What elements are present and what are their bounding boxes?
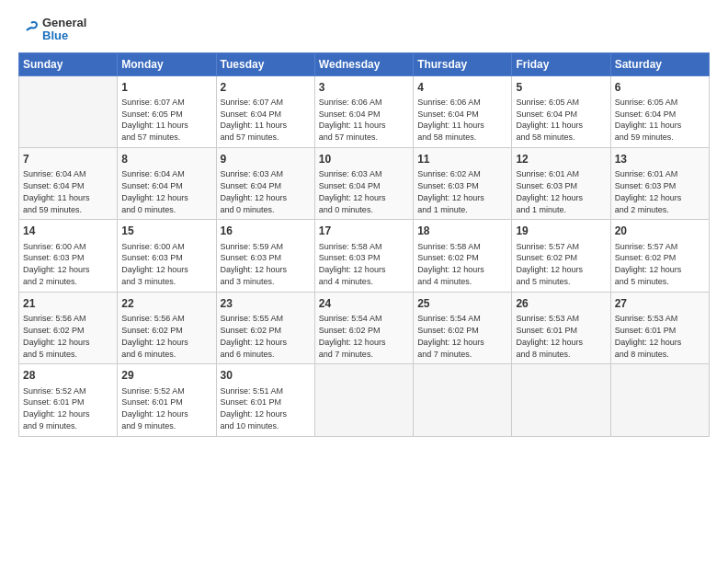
calendar-cell [314,364,413,436]
day-info-line: Daylight: 11 hours [319,121,386,130]
day-info-line: and 57 minutes. [319,132,378,142]
day-info-line: Daylight: 11 hours [23,193,90,202]
calendar-cell: 24Sunrise: 5:54 AMSunset: 6:02 PMDayligh… [314,292,413,363]
day-info-line: and 0 minutes. [319,205,373,214]
day-info-line: Sunset: 6:03 PM [516,181,577,190]
day-info-line: Daylight: 12 hours [615,193,682,202]
day-number: 27 [615,296,705,311]
day-number: 22 [121,296,211,311]
day-info-line: Sunset: 6:03 PM [417,181,479,190]
day-info-line: Sunrise: 6:03 AM [221,169,284,178]
day-info-line: Sunset: 6:04 PM [516,109,577,119]
day-info-line: Daylight: 12 hours [121,265,188,274]
calendar-cell: 1Sunrise: 6:07 AMSunset: 6:05 PMDaylight… [118,75,216,147]
calendar-cell: 3Sunrise: 6:06 AMSunset: 6:04 PMDaylight… [314,75,413,147]
calendar-cell: 2Sunrise: 6:07 AMSunset: 6:04 PMDaylight… [216,75,314,147]
day-number: 26 [516,296,606,311]
day-info-line: Sunset: 6:05 PM [121,109,183,119]
calendar-cell [512,364,610,436]
day-info-line: and 7 minutes. [319,350,373,359]
day-number: 4 [417,80,507,95]
day-info-line: Daylight: 12 hours [121,338,188,347]
day-info-line: Sunrise: 6:07 AM [121,98,185,107]
day-info-line: and 1 minute. [417,205,468,214]
day-info-line: Sunrise: 6:05 AM [615,98,678,107]
day-number: 13 [615,152,705,167]
day-info-line: Daylight: 12 hours [221,338,288,347]
day-info-line: Sunset: 6:01 PM [516,326,577,335]
day-info-line: Sunrise: 5:56 AM [23,314,86,323]
calendar-cell: 21Sunrise: 5:56 AMSunset: 6:02 PMDayligh… [19,292,118,363]
day-info-line: Sunrise: 5:54 AM [417,314,481,323]
day-info-line: Daylight: 11 hours [615,121,682,130]
day-info-line: Sunset: 6:04 PM [221,109,282,119]
day-info-line: Sunset: 6:02 PM [516,253,577,262]
day-info-line: Sunrise: 6:00 AM [23,242,86,251]
calendar-cell: 30Sunrise: 5:51 AMSunset: 6:01 PMDayligh… [216,364,314,436]
day-info-line: and 2 minutes. [615,205,669,214]
day-number: 24 [319,296,409,311]
day-info-line: Sunset: 6:02 PM [319,326,381,335]
day-info-line: Daylight: 12 hours [516,338,583,347]
day-info-line: Sunset: 6:03 PM [319,253,381,262]
day-number: 5 [516,80,606,95]
calendar-cell: 26Sunrise: 5:53 AMSunset: 6:01 PMDayligh… [512,292,610,363]
calendar-week-5: 28Sunrise: 5:52 AMSunset: 6:01 PMDayligh… [19,364,710,436]
day-info-line: Sunset: 6:04 PM [221,181,282,190]
day-header-friday: Friday [512,52,610,75]
logo-blue-text: Blue [42,29,86,42]
day-info-line: Daylight: 12 hours [417,338,484,347]
day-number: 8 [121,152,211,167]
day-info-line: and 3 minutes. [221,277,275,286]
day-number: 1 [121,80,211,95]
day-info-line: Sunset: 6:01 PM [221,397,282,407]
day-info-line: Daylight: 12 hours [319,265,386,274]
day-info-line: and 58 minutes. [417,132,476,142]
day-info-line: Sunset: 6:02 PM [221,326,282,335]
day-header-tuesday: Tuesday [216,52,314,75]
calendar-week-4: 21Sunrise: 5:56 AMSunset: 6:02 PMDayligh… [19,292,710,363]
calendar-table: SundayMondayTuesdayWednesdayThursdayFrid… [18,52,710,437]
day-info-line: Daylight: 12 hours [221,265,288,274]
day-info-line: Sunset: 6:03 PM [121,253,183,262]
calendar-cell: 18Sunrise: 5:58 AMSunset: 6:02 PMDayligh… [414,220,512,292]
day-info-line: Sunrise: 5:56 AM [121,314,185,323]
day-info-line: and 5 minutes. [516,277,570,286]
header: General Blue [18,17,710,43]
calendar-cell: 16Sunrise: 5:59 AMSunset: 6:03 PMDayligh… [216,220,314,292]
day-info-line: and 10 minutes. [221,421,279,431]
day-number: 14 [23,224,113,238]
day-number: 16 [221,224,311,238]
day-info-line: Sunrise: 5:58 AM [319,242,382,251]
day-info-line: Sunrise: 5:54 AM [319,314,382,323]
day-header-wednesday: Wednesday [314,52,413,75]
day-info-line: Sunset: 6:04 PM [319,109,381,119]
calendar-cell [19,75,118,147]
calendar-cell [414,364,512,436]
day-info-line: Sunrise: 5:59 AM [221,242,284,251]
day-info-line: Daylight: 12 hours [417,265,484,274]
calendar-cell: 7Sunrise: 6:04 AMSunset: 6:04 PMDaylight… [19,148,118,220]
calendar-cell: 23Sunrise: 5:55 AMSunset: 6:02 PMDayligh… [216,292,314,363]
day-info-line: Sunrise: 6:04 AM [121,169,185,178]
day-info-line: Sunrise: 6:00 AM [121,242,185,251]
day-info-line: and 2 minutes. [23,277,77,286]
day-number: 15 [121,224,211,238]
day-info-line: and 59 minutes. [615,132,674,142]
day-number: 29 [121,368,211,383]
day-number: 28 [23,368,113,383]
calendar-cell: 13Sunrise: 6:01 AMSunset: 6:03 PMDayligh… [610,148,709,220]
day-info-line: Daylight: 11 hours [121,121,188,130]
day-info-line: Daylight: 11 hours [221,121,288,130]
calendar-cell: 19Sunrise: 5:57 AMSunset: 6:02 PMDayligh… [512,220,610,292]
calendar-cell: 28Sunrise: 5:52 AMSunset: 6:01 PMDayligh… [19,364,118,436]
day-info-line: Sunset: 6:01 PM [121,397,183,407]
day-header-monday: Monday [118,52,216,75]
calendar-week-3: 14Sunrise: 6:00 AMSunset: 6:03 PMDayligh… [19,220,710,292]
calendar-cell: 14Sunrise: 6:00 AMSunset: 6:03 PMDayligh… [19,220,118,292]
day-info-line: Sunrise: 5:57 AM [516,242,579,251]
calendar-cell: 11Sunrise: 6:02 AMSunset: 6:03 PMDayligh… [414,148,512,220]
day-info-line: Daylight: 11 hours [516,121,583,130]
calendar-cell: 27Sunrise: 5:53 AMSunset: 6:01 PMDayligh… [610,292,709,363]
day-info-line: and 6 minutes. [221,350,275,359]
